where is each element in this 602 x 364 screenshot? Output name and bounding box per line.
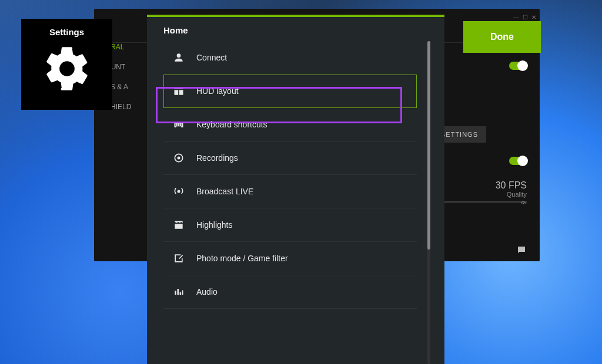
recording-toggle[interactable] (509, 157, 527, 165)
gear-icon (41, 43, 93, 95)
maximize-icon[interactable]: ☐ (523, 14, 528, 21)
menu-label: Broadcast LIVE (196, 187, 253, 196)
menu-label: Connect (196, 53, 227, 62)
clapper-icon (172, 219, 186, 231)
close-icon[interactable]: ✕ (531, 14, 536, 21)
menu-item-keyboard[interactable]: Keyboard shortcuts (163, 108, 417, 141)
menu-item-hud-layout[interactable]: HUD layout (163, 75, 417, 108)
menu-label: Photo mode / Game filter (196, 254, 288, 263)
broadcast-icon (172, 186, 186, 197)
settings-callout: Settings (21, 19, 112, 110)
overlay-toggle[interactable] (509, 62, 527, 70)
person-icon (172, 52, 186, 63)
scrollbar-track[interactable] (427, 41, 430, 364)
done-button[interactable]: Done (463, 21, 541, 53)
menu-label: Audio (196, 287, 218, 296)
overlay-title: Home (163, 25, 430, 35)
fps-value: 30 FPS (433, 180, 527, 191)
share-overlay-panel: Home Connect HUD layout Keyboard shortcu… (147, 15, 444, 364)
menu-item-broadcast[interactable]: Broadcast LIVE (163, 175, 417, 208)
menu-label: Keyboard shortcuts (196, 120, 267, 129)
settings-callout-title: Settings (49, 27, 84, 37)
minimize-icon[interactable]: — (513, 14, 519, 21)
layout-icon (172, 85, 186, 97)
gauge-icon (520, 199, 527, 210)
chat-icon[interactable] (516, 245, 527, 255)
menu-label: Highlights (196, 220, 232, 230)
menu-item-connect[interactable]: Connect (163, 41, 417, 75)
quality-label: Quality (433, 191, 527, 198)
menu-label: Recordings (196, 153, 238, 163)
menu-item-audio[interactable]: Audio (163, 275, 417, 309)
menu-label: HUD layout (196, 86, 239, 96)
equalizer-icon (172, 286, 186, 298)
menu-item-photo[interactable]: Photo mode / Game filter (163, 242, 417, 275)
gfx-right-panel: SETTINGS 30 FPS Quality (433, 62, 527, 203)
menu-item-highlights[interactable]: Highlights (163, 208, 417, 242)
scrollbar-thumb[interactable] (427, 41, 430, 250)
keyboard-icon (172, 119, 186, 130)
menu-item-recordings[interactable]: Recordings (163, 141, 417, 175)
overlay-menu-list: Connect HUD layout Keyboard shortcuts Re… (163, 41, 425, 364)
record-icon (172, 152, 186, 164)
photo-edit-icon (172, 252, 186, 264)
window-controls: — ☐ ✕ (513, 14, 536, 21)
svg-point-1 (178, 157, 180, 160)
